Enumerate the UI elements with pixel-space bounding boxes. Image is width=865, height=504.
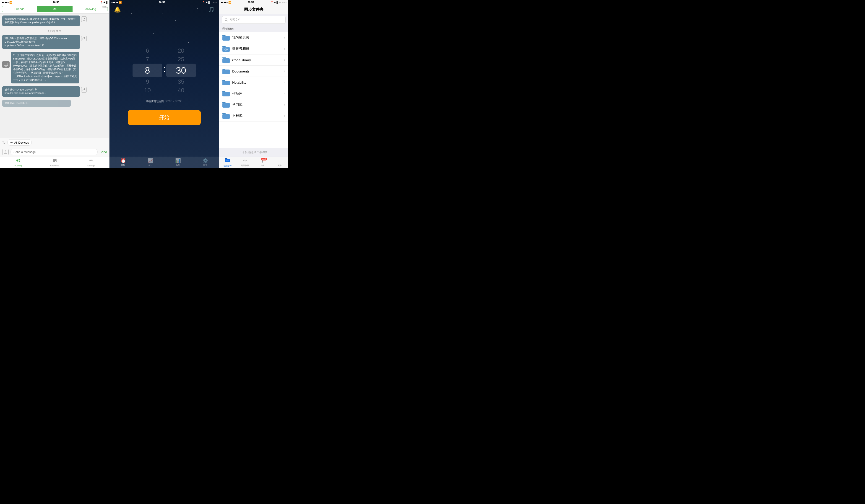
search-icon [225,18,228,21]
myfiles-icon [225,157,230,164]
chevron-icon-6: › [284,103,285,107]
folder-item-6[interactable]: 学习库 › [219,99,288,110]
folder-name-0: 我的坚果云 [232,36,282,40]
chevron-icon-0: › [284,36,285,40]
nav-pushing-label: Pushing [15,165,22,167]
section-header: 我创建的 [219,25,288,32]
folder-icon-3 [222,68,230,74]
speed-badge-p2: 0.58K/s [211,1,217,3]
nav-channels[interactable]: Channels [36,158,73,167]
status-signal-p2: ●●●●● 📶 [111,1,122,4]
camera-button[interactable] [2,149,9,155]
folder-item-2[interactable]: CodeLibrary › [219,55,288,66]
share-button-4[interactable] [81,87,87,93]
folder-item-0[interactable]: 我的坚果云 › [219,32,288,43]
folder-item-3[interactable]: Documents › [219,66,288,77]
panel-clock: ●●●●● 📶 20:59 📍 ✱ ▓ 0.58K/s 🔔 🎵 6 7 8 9 … [109,0,219,168]
nav-stats-label: 统计 [149,164,153,167]
tab-me[interactable]: Me [37,6,72,12]
folder-icon-1 [222,46,230,52]
nav-settings[interactable]: Settings [73,158,109,167]
to-label: To [2,141,5,144]
folder-name-3: Documents [232,69,282,73]
nav-more[interactable]: ··· 更多 [271,157,288,168]
svg-point-14 [226,49,227,50]
folder-item-7[interactable]: 文档库 › [219,110,288,121]
nav-offline[interactable]: ☆ 离线收藏 [236,157,254,168]
message-row-4: 成功驱动HD4600-Clover引导 http://m.blog.csdn.n… [2,86,107,99]
battery-icon-p2: ▓ [208,1,210,4]
wifi-icon-p2: 📶 [119,1,122,4]
offline-icon: ☆ [243,158,247,164]
signal-p3: ●●●●● [221,1,228,4]
send-button[interactable]: Send [100,150,107,154]
time-picker: 6 7 8 9 10 : 20 25 30 35 40 唤醒时间范围 08:00… [109,15,219,156]
message-bubble-2: 可以帮助大部分新手安装成功（最详细的OS X Mountain Lion10.8… [2,35,80,49]
pushing-icon [16,158,21,164]
svg-rect-19 [222,103,230,108]
chevron-icon-1: › [284,47,285,51]
hour-column[interactable]: 6 7 8 9 10 [134,46,161,95]
folder-icon-0 [222,34,230,41]
min-35: 35 [178,77,184,86]
nav-stats[interactable]: 📈 统计 [137,157,164,168]
min-30-selected: 30 [166,63,196,77]
to-bar: To ∞ All Devices [0,138,109,147]
nav-myfiles[interactable]: 我的文件 [219,157,236,168]
settings-icon-p2: ⚙️ [203,158,208,163]
folder-item-1[interactable]: 坚果云相册 › [219,43,288,55]
wifi-icon: 📶 [9,1,12,4]
status-bar-p1: ●●●●● 📶 20:58 📍 ✱ ▓ [0,0,109,4]
svg-rect-20 [222,114,230,119]
upload-badge: 449 [261,158,267,161]
nav-upload[interactable]: ⬆ 449 上传 [254,157,271,168]
tab-friends[interactable]: Friends [2,6,37,12]
bottom-nav-p1: Pushing Channels Settings [0,156,109,168]
nav-settings-label: Settings [88,165,95,167]
top-icons-p2: 🔔 🎵 [109,4,219,15]
search-bar[interactable]: 搜索文件 [222,16,286,24]
speed-badge-p3: 68.95K/s [279,1,287,3]
speed-badge-p1: 0.12K/s [102,6,108,8]
location-icon-p3: 📍 [270,1,273,4]
share-button-2[interactable] [81,36,87,41]
device-selector[interactable]: ∞ All Devices [7,139,32,146]
file-list: 我的坚果云 › 坚果云相册 › CodeLibr [219,32,288,148]
folder-item-5[interactable]: 作品库 › [219,88,288,99]
min-20: 20 [178,46,184,55]
settings-icon [89,158,93,164]
panel-pushing: ●●●●● 📶 20:58 📍 ✱ ▓ Friends Me Following… [0,0,109,168]
nav-pushing[interactable]: Pushing [0,158,36,167]
nav-alarm[interactable]: ⏰ 闹钟 [109,157,137,168]
svg-point-4 [5,152,6,153]
start-button[interactable]: 开始 [128,110,201,125]
svg-rect-0 [4,63,8,66]
folder-name-6: 学习库 [232,103,282,107]
nav-settings-p2[interactable]: ⚙️ 设置 [192,157,219,168]
signal-p2: ●●●●● [111,1,118,4]
folder-icon-4 [222,79,230,85]
message-bubble-4: 成功驱动HD4600-Clover引导 http://m.blog.csdn.n… [2,86,80,97]
message-input[interactable] [11,149,97,155]
folder-item-4[interactable]: Notability › [219,77,288,88]
bottom-nav-p3: 我的文件 ☆ 离线收藏 ⬆ 449 上传 ··· 更多 [219,156,288,168]
location-icon: 📍 [100,1,103,4]
alarm-icon: ⏰ [120,158,126,163]
folder-icon-6 [222,102,230,108]
share-button-1[interactable] [81,16,87,22]
minute-column[interactable]: 20 25 30 35 40 [168,46,195,95]
nav-trends[interactable]: 📊 趋势 [164,157,192,168]
message-row-2: 可以帮助大部分新手安装成功（最详细的OS X Mountain Lion10.8… [2,35,107,51]
battery-icon: ▓ [106,1,107,4]
stats-icon: 📈 [148,158,153,163]
nav-alarm-label: 闹钟 [121,164,125,167]
clock-p1: 20:58 [53,1,59,4]
folder-name-4: Notability [232,81,282,84]
chevron-icon-4: › [284,80,285,84]
folder-name-7: 文档库 [232,114,282,118]
nav-more-label: 更多 [278,164,282,167]
chevron-icon-5: › [284,91,285,95]
svg-rect-21 [226,159,230,162]
status-right-p2: 📍 ✱ ▓ 0.58K/s [202,1,217,4]
bluetooth-icon-p3: ✱ [274,1,276,4]
